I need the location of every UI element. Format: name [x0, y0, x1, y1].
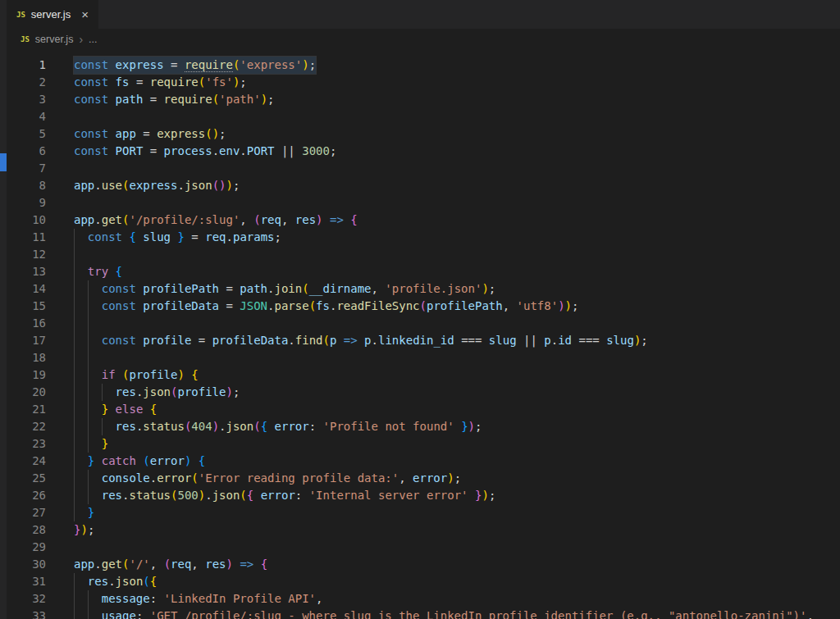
- code-content[interactable]: const app = express();: [74, 125, 840, 143]
- line-number[interactable]: 16: [7, 315, 46, 332]
- line-number[interactable]: 25: [7, 470, 46, 487]
- code-content[interactable]: const profile = profileData.find(p => p.…: [74, 332, 840, 349]
- code-content[interactable]: [74, 194, 840, 212]
- line-number[interactable]: 13: [7, 263, 46, 280]
- code-token: json: [212, 489, 240, 502]
- line-number[interactable]: 10: [7, 212, 46, 229]
- line-number[interactable]: 17: [7, 332, 46, 349]
- code-token: .: [150, 471, 157, 485]
- line-number[interactable]: 28: [7, 521, 46, 539]
- line-number[interactable]: 26: [7, 487, 46, 504]
- line-number[interactable]: 5: [7, 125, 46, 143]
- code-content[interactable]: const express = require('express');: [74, 57, 840, 74]
- code-content[interactable]: }: [74, 435, 840, 453]
- code-content[interactable]: [74, 246, 840, 263]
- line-number[interactable]: 6: [7, 143, 46, 160]
- close-tab-icon[interactable]: ×: [81, 8, 89, 20]
- line-number[interactable]: 32: [7, 590, 46, 608]
- code-token: fs: [116, 75, 130, 89]
- code-content[interactable]: } catch (error) {: [74, 453, 840, 470]
- code-token: req: [205, 230, 226, 244]
- line-number[interactable]: 33: [7, 608, 46, 619]
- code-content[interactable]: const profilePath = path.join(__dirname,…: [74, 280, 840, 298]
- code-token: 500: [177, 489, 198, 502]
- code-token: [108, 265, 115, 278]
- line-number[interactable]: 2: [7, 74, 46, 91]
- line-number[interactable]: 19: [7, 366, 46, 384]
- code-token: [108, 144, 115, 157]
- code-token: get: [102, 558, 122, 571]
- code-content[interactable]: [74, 349, 840, 366]
- code-token: const: [74, 58, 108, 71]
- line-number[interactable]: 29: [7, 539, 46, 556]
- code-line: 17 const profile = profileData.find(p =>…: [7, 332, 840, 349]
- code-token: express: [116, 58, 164, 71]
- code-content[interactable]: console.error('Error reading profile dat…: [74, 470, 840, 487]
- code-content[interactable]: }: [74, 504, 840, 521]
- code-token: {: [191, 368, 198, 381]
- code-token: error: [413, 471, 447, 485]
- line-number[interactable]: 23: [7, 435, 46, 453]
- line-number[interactable]: 20: [7, 384, 46, 401]
- code-line: 15 const profileData = JSON.parse(fs.rea…: [7, 298, 840, 315]
- code-content[interactable]: message: 'LinkedIn Profile API',: [74, 590, 840, 608]
- code-token: ||: [275, 144, 303, 157]
- code-content[interactable]: res.json(profile);: [74, 384, 840, 401]
- line-number[interactable]: 18: [7, 349, 46, 366]
- line-number[interactable]: 30: [7, 556, 46, 573]
- line-number[interactable]: 12: [7, 246, 46, 263]
- code-content[interactable]: const PORT = process.env.PORT || 3000;: [74, 143, 840, 160]
- code-content[interactable]: [74, 160, 840, 177]
- line-number[interactable]: 15: [7, 298, 46, 315]
- code-content[interactable]: res.status(404).json({ error: 'Profile n…: [74, 418, 840, 435]
- line-number[interactable]: 8: [7, 177, 46, 194]
- js-file-icon: JS: [16, 11, 25, 19]
- code-token: ): [212, 127, 219, 140]
- line-number[interactable]: 24: [7, 453, 46, 470]
- code-line: 13 try {: [7, 263, 840, 280]
- code-content[interactable]: app.get('/', (req, res) => {: [74, 556, 840, 573]
- breadcrumb-collapsed[interactable]: ...: [89, 34, 97, 45]
- line-number[interactable]: 4: [7, 108, 46, 125]
- code-content[interactable]: [74, 539, 840, 556]
- code-token: :: [150, 592, 164, 605]
- code-content[interactable]: const path = require('path');: [74, 91, 840, 108]
- code-content[interactable]: app.get('/profile/:slug', (req, res) => …: [74, 212, 840, 229]
- line-number[interactable]: 9: [7, 194, 46, 212]
- code-token: [336, 334, 343, 347]
- code-token: [74, 403, 102, 416]
- breadcrumb-file[interactable]: server.js: [35, 34, 74, 45]
- code-content[interactable]: [74, 315, 840, 332]
- code-content[interactable]: const profileData = JSON.parse(fs.readFi…: [74, 298, 840, 315]
- code-content[interactable]: usage: 'GET /profile/:slug - where slug …: [74, 608, 840, 619]
- tab-server-js[interactable]: JS server.js ×: [7, 0, 98, 29]
- indent-guide: [74, 315, 75, 332]
- code-line: 23 }: [7, 435, 840, 453]
- code-content[interactable]: if (profile) {: [74, 366, 840, 384]
- line-number[interactable]: 1: [7, 57, 46, 74]
- line-number[interactable]: 14: [7, 280, 46, 298]
- code-content[interactable]: } else {: [74, 401, 840, 418]
- line-number[interactable]: 27: [7, 504, 46, 521]
- line-number[interactable]: 21: [7, 401, 46, 418]
- code-content[interactable]: try {: [74, 263, 840, 280]
- code-content[interactable]: });: [74, 521, 840, 539]
- line-number[interactable]: 22: [7, 418, 46, 435]
- code-content[interactable]: app.use(express.json());: [74, 177, 840, 194]
- line-number[interactable]: 3: [7, 91, 46, 108]
- code-content[interactable]: const { slug } = req.params;: [74, 229, 840, 246]
- code-content[interactable]: res.json({: [74, 573, 840, 590]
- line-number[interactable]: 7: [7, 160, 46, 177]
- code-token: {: [116, 265, 122, 278]
- code-token: =: [219, 282, 240, 295]
- code-token: '/profile/:slug': [129, 213, 240, 226]
- line-number[interactable]: 11: [7, 229, 46, 246]
- code-line: 6const PORT = process.env.PORT || 3000;: [7, 143, 840, 160]
- line-number[interactable]: 31: [7, 573, 46, 590]
- code-token: params: [233, 230, 275, 244]
- code-token: const: [74, 93, 108, 106]
- code-content[interactable]: [74, 108, 840, 125]
- code-content[interactable]: const fs = require('fs');: [74, 74, 840, 91]
- code-content[interactable]: res.status(500).json({ error: 'Internal …: [74, 487, 840, 504]
- code-editor[interactable]: 1const express = require('express');2con…: [7, 50, 840, 619]
